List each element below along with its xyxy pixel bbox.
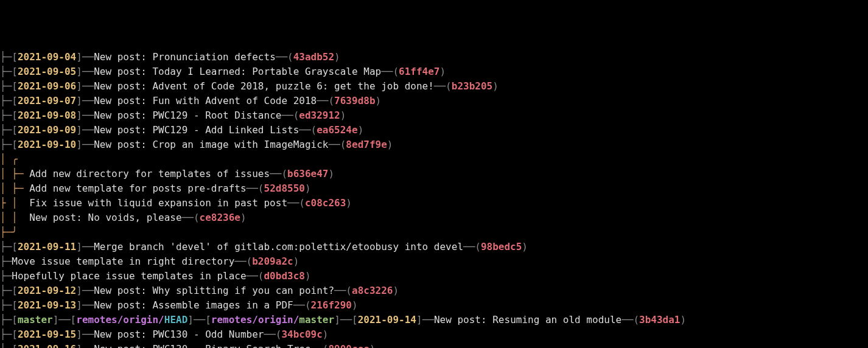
graph-dash: ── (194, 314, 205, 325)
graph-indent: ├─ (0, 256, 12, 267)
graph-dash: ── (82, 110, 94, 121)
graph-indent: ├─ (0, 124, 12, 136)
commit-message: New post: PWC129 - Root Distance (94, 110, 281, 121)
graph-dash: ── (82, 241, 94, 252)
graph-dash: ── (317, 95, 328, 106)
graph-box-bot: ├─╯ (0, 226, 18, 238)
graph-dash: ── (311, 343, 323, 348)
graph-dash: ── (82, 299, 94, 311)
bracket-open: [ (12, 124, 18, 136)
graph-indent: │ │ (0, 212, 29, 223)
commit-hash: a8c3226 (352, 285, 393, 296)
commit-message: New post: Crop an image with ImageMagick (94, 139, 328, 150)
paren-close: ) (328, 168, 334, 179)
paren-open: ( (633, 314, 639, 325)
paren-close: ) (293, 256, 299, 267)
paren-open: ( (299, 197, 305, 209)
commit-hash: ea6524e (317, 124, 357, 136)
paren-open: ( (293, 110, 299, 121)
graph-dash: ── (340, 314, 352, 325)
graph-dash: ── (328, 139, 340, 150)
paren-close: ) (358, 124, 364, 136)
graph-dash: ── (82, 80, 94, 92)
commit-hash: 34bc09c (281, 329, 322, 340)
graph-indent: ├─ (0, 139, 12, 150)
graph-dash: ── (82, 51, 94, 63)
graph-indent: ├─ (0, 343, 12, 348)
paren-open: ( (311, 124, 317, 136)
paren-open: ( (393, 66, 399, 77)
paren-close: ) (681, 314, 687, 325)
paren-open: ( (258, 183, 264, 194)
commit-message: Merge branch 'devel' of gitlab.com:polet… (94, 241, 463, 252)
ref-name: 2021-09-11 (18, 241, 76, 252)
commit-message: Hopefully place issue templates in place (12, 270, 246, 282)
graph-indent: │ ├─ (0, 168, 29, 179)
paren-close: ) (352, 299, 358, 311)
bracket-open: [ (12, 110, 18, 121)
log-line: ├ │ Fix issue with liquid expansion in p… (0, 196, 868, 211)
paren-open: ( (281, 168, 287, 179)
graph-dash: ── (334, 285, 346, 296)
bracket-close: ] (76, 51, 82, 63)
ref-name: 2021-09-15 (18, 329, 76, 340)
bracket-close: ] (76, 329, 82, 340)
log-line: ├─[2021-09-07]──New post: Fun with Adven… (0, 94, 868, 108)
bracket-close: ] (76, 299, 82, 311)
bracket-open: [ (12, 241, 18, 252)
paren-close: ) (369, 343, 376, 348)
graph-dash: ── (82, 343, 94, 348)
commit-message: New post: PWC129 - Add Linked Lists (94, 124, 299, 136)
graph-dash: ── (234, 256, 246, 267)
bracket-close: ] (76, 110, 82, 121)
paren-close: ) (492, 80, 499, 92)
log-line: │ │ New post: No voids, please──(ce8236e… (0, 211, 868, 225)
graph-dash: ── (299, 124, 310, 136)
paren-close: ) (440, 66, 446, 77)
graph-dash: ── (264, 329, 276, 340)
graph-indent: │ ├─ (0, 183, 29, 194)
paren-close: ) (393, 285, 399, 296)
commit-message: Fix issue with liquid expansion in past … (29, 197, 287, 209)
bracket-close: ] (334, 314, 340, 325)
graph-indent: ├─ (0, 241, 12, 252)
graph-indent: ├─ (0, 299, 12, 311)
graph-dash: ── (82, 329, 94, 340)
bracket-close: ] (76, 66, 82, 77)
log-line: │ ├─ Add new directory for templates of … (0, 167, 868, 181)
commit-message: New post: PWC130 - Binary Search Tree (94, 343, 310, 348)
bracket-open: [ (12, 343, 18, 348)
paren-close: ) (522, 241, 528, 252)
graph-dash: ── (82, 66, 94, 77)
log-line: ├─[2021-09-11]──Merge branch 'devel' of … (0, 240, 868, 254)
ref-name: 2021-09-14 (358, 314, 416, 325)
bracket-close: ] (53, 314, 59, 325)
bracket-open: [ (12, 329, 18, 340)
commit-message: New post: Today I Learned: Portable Gray… (94, 66, 381, 77)
commit-hash: 43adb52 (293, 51, 334, 63)
bracket-open: [ (71, 314, 77, 325)
bracket-close: ] (76, 80, 82, 92)
commit-hash: b23b205 (452, 80, 492, 92)
graph-indent: ├─ (0, 80, 12, 92)
log-line: ├─[2021-09-15]──New post: PWC130 - Odd N… (0, 327, 868, 342)
paren-close: ) (305, 183, 311, 194)
commit-hash: ed32912 (299, 110, 340, 121)
commit-hash: 61ff4e7 (399, 66, 439, 77)
bracket-open: [ (12, 51, 18, 63)
paren-close: ) (387, 139, 393, 150)
commit-message: New post: Advent of Code 2018, puzzle 6:… (94, 80, 434, 92)
graph-box-top: │ ╭ (0, 153, 18, 165)
commit-message: New post: Why splitting if you can point… (94, 285, 334, 296)
graph-indent: ├─ (0, 66, 12, 77)
ref-name: 2021-09-16 (18, 343, 76, 348)
paren-open: ( (194, 212, 200, 223)
graph-dash: ── (270, 168, 281, 179)
commit-hash: c08c263 (305, 197, 346, 209)
paren-close: ) (240, 212, 247, 223)
log-line: ├─[2021-09-12]──New post: Why splitting … (0, 284, 868, 298)
graph-dash: ── (381, 66, 393, 77)
paren-open: ( (340, 139, 346, 150)
commit-hash: b636e47 (287, 168, 328, 179)
paren-open: ( (446, 80, 452, 92)
